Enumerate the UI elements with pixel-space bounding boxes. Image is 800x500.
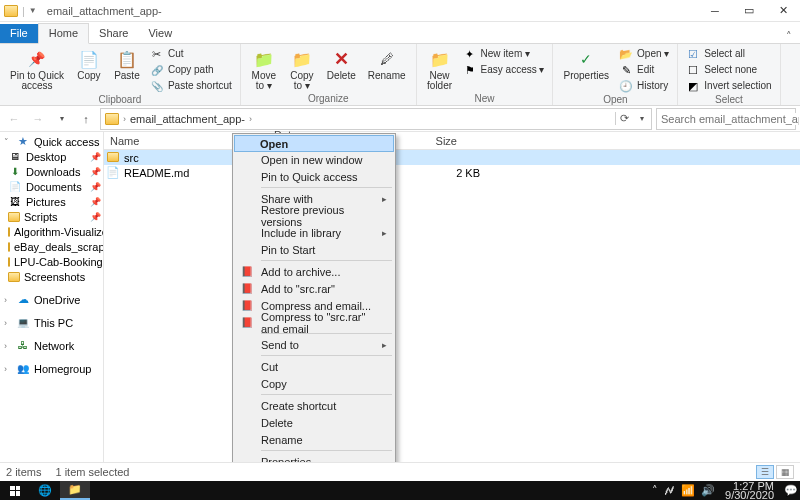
ctx-send-to[interactable]: Send to▸ — [235, 336, 393, 353]
tray-wifi-icon[interactable]: 📶 — [681, 484, 695, 497]
ctx-copy[interactable]: Copy — [235, 375, 393, 392]
separator — [261, 187, 392, 188]
open-button[interactable]: Open ▾ — [617, 46, 671, 62]
folder-icon — [8, 242, 10, 252]
ctx-create-shortcut[interactable]: Create shortcut — [235, 397, 393, 414]
search-input[interactable] — [661, 113, 799, 125]
sidebar-item-documents[interactable]: Documents📌 — [0, 179, 103, 194]
maximize-button[interactable]: ▭ — [732, 0, 766, 22]
copy-path-button[interactable]: Copy path — [148, 62, 234, 78]
new-item-button[interactable]: ✦New item ▾ — [461, 46, 547, 62]
ctx-compress-src-email[interactable]: Compress to "src.rar" and email — [235, 314, 393, 331]
tray-clock[interactable]: 1:27 PM9/30/2020 — [721, 482, 778, 500]
ctx-rename[interactable]: Rename — [235, 431, 393, 448]
paste-icon — [116, 48, 138, 70]
folder-icon — [8, 227, 10, 237]
qat-dropdown-icon[interactable]: ▼ — [29, 6, 37, 15]
col-size[interactable]: Size — [416, 135, 464, 147]
ribbon: Pin to Quick access Copy Paste Cut Copy … — [0, 44, 800, 106]
sidebar-item-onedrive[interactable]: ›OneDrive — [0, 292, 103, 307]
pin-quick-access-button[interactable]: Pin to Quick access — [6, 46, 68, 94]
minimize-button[interactable]: ─ — [698, 0, 732, 22]
select-none-button[interactable]: ☐Select none — [684, 62, 773, 78]
sidebar-item-this-pc[interactable]: ›This PC — [0, 315, 103, 330]
search-box[interactable]: 🔍 — [656, 108, 796, 130]
edit-icon: ✎ — [619, 63, 633, 77]
edit-button[interactable]: ✎Edit — [617, 62, 671, 78]
tab-home[interactable]: Home — [38, 23, 89, 44]
invert-selection-button[interactable]: ◩Invert selection — [684, 78, 773, 94]
chevron-right-icon[interactable]: › — [123, 114, 126, 124]
paste-shortcut-button[interactable]: Paste shortcut — [148, 78, 234, 94]
archive-icon — [240, 266, 254, 277]
properties-icon — [575, 48, 597, 70]
sidebar-item-ebay[interactable]: eBay_deals_scraper — [0, 239, 103, 254]
sidebar-item-downloads[interactable]: Downloads📌 — [0, 164, 103, 179]
sidebar-item-quick-access[interactable]: ˅Quick access — [0, 134, 103, 149]
ctx-restore[interactable]: Restore previous versions — [235, 207, 393, 224]
select-all-icon — [686, 47, 700, 61]
ctx-pin-start[interactable]: Pin to Start — [235, 241, 393, 258]
details-view-button[interactable]: ☰ — [756, 465, 774, 479]
delete-button[interactable]: ✕Delete — [323, 46, 360, 93]
tab-view[interactable]: View — [138, 24, 182, 43]
ctx-add-archive[interactable]: Add to archive... — [235, 263, 393, 280]
downloads-icon — [8, 166, 22, 178]
tray-battery-icon[interactable]: 🗲 — [664, 485, 675, 497]
address-dropdown-icon[interactable]: ▾ — [635, 109, 649, 129]
move-to-button[interactable]: Move to ▾ — [247, 46, 281, 93]
move-icon — [253, 48, 275, 70]
refresh-button[interactable]: ⟳ — [615, 112, 633, 125]
sidebar-item-screenshots[interactable]: Screenshots — [0, 269, 103, 284]
tray-notifications-icon[interactable]: 💬 — [784, 484, 798, 497]
sidebar-item-network[interactable]: ›Network — [0, 338, 103, 353]
rename-icon — [376, 48, 398, 70]
ctx-open[interactable]: Open — [234, 135, 394, 152]
group-label-open: Open — [559, 94, 671, 106]
paste-button[interactable]: Paste — [110, 46, 144, 94]
tab-share[interactable]: Share — [89, 24, 138, 43]
file-row-readme[interactable]: README.md 2 KB — [104, 165, 800, 180]
start-button[interactable] — [0, 481, 30, 500]
breadcrumb[interactable]: › email_attachment_app- › ⟳ ▾ — [100, 108, 652, 130]
easy-access-button[interactable]: ⚑Easy access ▾ — [461, 62, 547, 78]
invert-icon: ◩ — [686, 79, 700, 93]
copy-button[interactable]: Copy — [72, 46, 106, 94]
new-folder-button[interactable]: New folder — [423, 46, 457, 93]
ctx-cut[interactable]: Cut — [235, 358, 393, 375]
ribbon-expand-icon[interactable]: ˄ — [778, 30, 800, 43]
recent-locations-button[interactable]: ▾ — [52, 109, 72, 129]
sidebar-item-lpu[interactable]: LPU-Cab-Booking- — [0, 254, 103, 269]
file-list[interactable]: Name Date modified Type Size src README.… — [104, 132, 800, 481]
ctx-open-new-window[interactable]: Open in new window — [235, 151, 393, 168]
back-button[interactable]: ← — [4, 109, 24, 129]
close-button[interactable]: ✕ — [766, 0, 800, 22]
properties-button[interactable]: Properties — [559, 46, 613, 94]
sidebar-item-algo[interactable]: Algorithm-Visualizer — [0, 224, 103, 239]
file-row-src[interactable]: src — [104, 150, 800, 165]
forward-button[interactable]: → — [28, 109, 48, 129]
taskbar-explorer[interactable]: 📁 — [60, 481, 90, 500]
tray-chevron-up-icon[interactable]: ˄ — [652, 484, 658, 497]
windows-icon — [10, 485, 21, 496]
sidebar-item-scripts[interactable]: Scripts📌 — [0, 209, 103, 224]
history-button[interactable]: History — [617, 78, 671, 94]
sidebar-item-homegroup[interactable]: ›Homegroup — [0, 361, 103, 376]
breadcrumb-segment[interactable]: email_attachment_app- — [128, 113, 247, 125]
icons-view-button[interactable]: ▦ — [776, 465, 794, 479]
ctx-include-library[interactable]: Include in library▸ — [235, 224, 393, 241]
sidebar-item-pictures[interactable]: Pictures📌 — [0, 194, 103, 209]
ctx-delete[interactable]: Delete — [235, 414, 393, 431]
taskbar-app-1[interactable]: 🌐 — [30, 481, 60, 500]
tray-volume-icon[interactable]: 🔊 — [701, 484, 715, 497]
select-all-button[interactable]: Select all — [684, 46, 773, 62]
rename-button[interactable]: Rename — [364, 46, 410, 93]
up-button[interactable]: ↑ — [76, 109, 96, 129]
tab-file[interactable]: File — [0, 24, 38, 43]
cut-button[interactable]: Cut — [148, 46, 234, 62]
chevron-right-icon[interactable]: › — [249, 114, 252, 124]
sidebar-item-desktop[interactable]: Desktop📌 — [0, 149, 103, 164]
ctx-pin-quick[interactable]: Pin to Quick access — [235, 168, 393, 185]
ctx-add-src-rar[interactable]: Add to "src.rar" — [235, 280, 393, 297]
copy-to-button[interactable]: Copy to ▾ — [285, 46, 319, 93]
